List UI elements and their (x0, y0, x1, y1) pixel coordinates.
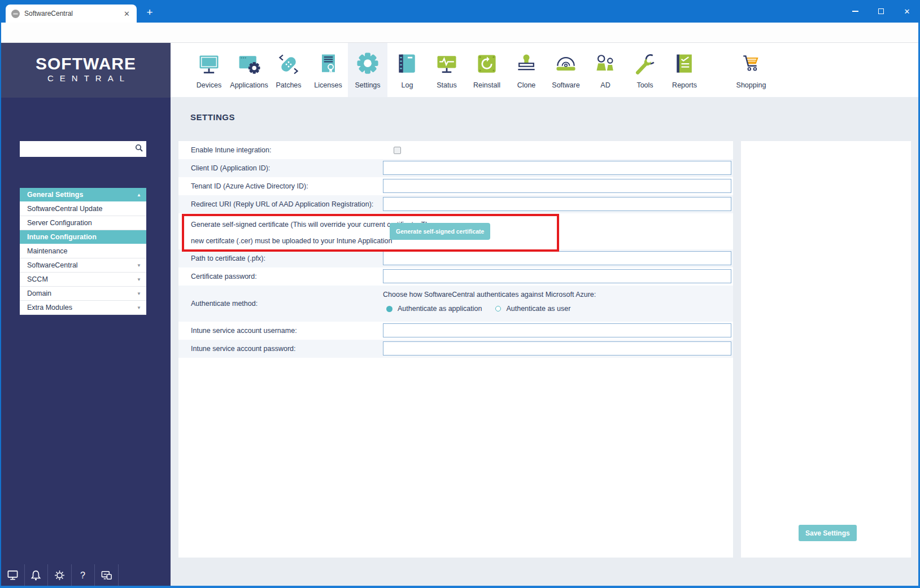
window-border-bottom (0, 586, 920, 588)
app-logo: SOFTWARE CENTRAL (1, 55, 171, 85)
nav-item-status[interactable]: Status (427, 43, 466, 97)
chevron-down-icon: ▼ (137, 301, 141, 315)
main-content: SETTINGS Enable Intune integration:Clien… (171, 97, 919, 586)
nav-item-ad[interactable]: AD (586, 43, 625, 97)
field-label: Intune service account username: (191, 322, 297, 340)
log-icon (395, 52, 420, 79)
remote-desktop-icon[interactable] (95, 564, 119, 586)
sidebar-search (20, 141, 146, 157)
gear-icon[interactable] (48, 564, 72, 586)
search-input[interactable] (20, 142, 132, 156)
nav-item-label: Licenses (314, 81, 342, 89)
shopping-icon (739, 52, 764, 79)
nav-item-devices[interactable]: Devices (189, 43, 229, 97)
tab-title: SoftwareCentral (24, 10, 121, 17)
tools-icon (633, 52, 657, 79)
ad-icon (593, 52, 618, 79)
sidebar-item-general-settings[interactable]: General Settings▲ (20, 188, 146, 202)
sidebar-item-domain[interactable]: Domain▼ (20, 287, 146, 301)
sidebar-item-intune-configuration[interactable]: Intune Configuration (20, 230, 146, 244)
enable-intune-integration-checkbox[interactable] (394, 147, 401, 154)
intune-service-account-username-input[interactable] (383, 323, 731, 337)
nav-item-software[interactable]: Software (546, 43, 586, 97)
maximize-button[interactable] (868, 0, 894, 23)
authenticate-method-description: Choose how SoftwareCentral authenticates… (383, 291, 596, 299)
nav-item-reports[interactable]: Reports (665, 43, 704, 97)
form-row-path-to-certificate: Path to certificate (.pfx): (178, 249, 733, 267)
tab-close-icon[interactable]: ✕ (121, 10, 132, 18)
devices-icon (197, 52, 221, 79)
nav-item-label: AD (600, 81, 610, 89)
patches-icon (276, 52, 301, 79)
nav-item-patches[interactable]: Patches (269, 43, 308, 97)
form-row-intune-service-account-username: Intune service account username: (178, 322, 733, 340)
field-label: Enable Intune integration: (191, 141, 271, 159)
nav-item-label: Log (402, 81, 413, 89)
form-row-authenticate-method: Authenticate method:Choose how SoftwareC… (178, 286, 733, 322)
nav-item-label: Reinstall (473, 81, 500, 89)
authenticate-method-radio-group: Authenticate as applicationAuthenticate … (386, 305, 584, 313)
bell-icon[interactable] (25, 564, 49, 586)
browser-toolbar: ← → ↻ softwarecentral/SettingsPage ☆ ⋮ (0, 23, 920, 43)
sidebar-item-softwarecentral-update[interactable]: SoftwareCentral Update (20, 202, 146, 216)
search-icon[interactable] (132, 144, 146, 154)
form-row-redirect-uri: Redirect URI (Reply URL of AAD Applicati… (178, 195, 733, 213)
nav-item-clone[interactable]: Clone (507, 43, 546, 97)
new-tab-button[interactable]: + (142, 7, 157, 19)
nav-item-shopping[interactable]: Shopping (731, 43, 771, 97)
tenant-id-input[interactable] (383, 179, 731, 193)
reinstall-icon (474, 52, 499, 79)
top-navigation: Devices ApplicationsPatchesLicenses Sett… (171, 43, 919, 97)
chevron-down-icon: ▼ (137, 287, 141, 301)
intune-service-account-password-input[interactable] (383, 341, 731, 356)
field-label: Client ID (Application ID): (191, 159, 270, 177)
radio-authenticate-as-application[interactable]: Authenticate as application (386, 305, 482, 313)
nav-item-label: Devices (197, 81, 221, 89)
close-button[interactable]: ✕ (894, 0, 920, 23)
favicon (11, 10, 20, 18)
generate-self-signed-certificate-button[interactable]: Generate self-signed certificate (390, 223, 490, 240)
browser-titlebar: SoftwareCentral ✕ + ✕ (0, 0, 920, 23)
save-settings-button[interactable]: Save Settings (799, 525, 857, 541)
nav-item-label: Settings (355, 81, 380, 89)
field-label: Tenant ID (Azure Active Directory ID): (191, 177, 308, 195)
field-label: Path to certificate (.pfx): (191, 249, 265, 267)
nav-item-label: Software (552, 81, 579, 89)
help-icon[interactable]: ? (72, 564, 95, 586)
sidebar-item-softwarecentral[interactable]: SoftwareCentral▼ (20, 258, 146, 273)
sidebar: SOFTWARE CENTRAL General Settings▲Softwa… (1, 43, 171, 586)
clone-icon (514, 52, 539, 79)
form-row-certificate-password: Certificate password: (178, 267, 733, 286)
chevron-down-icon: ▼ (137, 273, 141, 287)
client-id-input[interactable] (383, 161, 731, 175)
certificate-password-input[interactable] (383, 269, 731, 283)
radio-selected-icon (386, 306, 393, 312)
field-label: Intune service account password: (191, 340, 296, 358)
nav-item-reinstall[interactable]: Reinstall (467, 43, 507, 97)
nav-item-tools[interactable]: Tools (625, 43, 665, 97)
nav-item-applications[interactable]: Applications (229, 43, 269, 97)
page-title: SETTINGS (190, 112, 235, 122)
monitor-icon[interactable] (1, 564, 25, 586)
reports-icon (672, 52, 697, 79)
sidebar-menu: General Settings▲SoftwareCentral UpdateS… (20, 188, 146, 315)
applications-icon (237, 52, 261, 79)
path-to-certificate-input[interactable] (383, 251, 731, 265)
svg-text:?: ? (80, 569, 85, 580)
sidebar-item-sccm[interactable]: SCCM▼ (20, 273, 146, 287)
nav-item-settings[interactable]: Settings (348, 43, 387, 97)
sidebar-item-maintenance[interactable]: Maintenance (20, 244, 146, 258)
sidebar-item-extra-modules[interactable]: Extra Modules▼ (20, 301, 146, 315)
nav-item-label: Applications (230, 81, 268, 89)
radio-authenticate-as-user[interactable]: Authenticate as user (495, 305, 570, 313)
sidebar-item-server-configuration[interactable]: Server Configuration (20, 216, 146, 230)
nav-item-licenses[interactable]: Licenses (308, 43, 348, 97)
nav-item-label: Clone (517, 81, 536, 89)
nav-item-log[interactable]: Log (387, 43, 427, 97)
software-icon (553, 52, 578, 79)
browser-tab[interactable]: SoftwareCentral ✕ (6, 5, 137, 23)
nav-item-label: Status (437, 81, 456, 89)
minimize-button[interactable] (842, 0, 868, 23)
licenses-icon (316, 52, 341, 79)
redirect-uri-input[interactable] (383, 197, 731, 211)
